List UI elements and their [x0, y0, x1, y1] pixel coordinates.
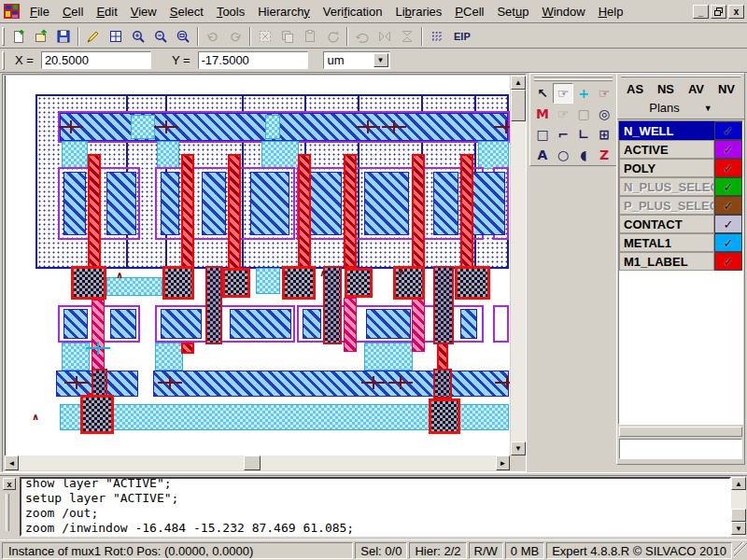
minimize-button[interactable]: _	[693, 5, 709, 19]
palette-grip[interactable]	[534, 79, 613, 81]
canvas-vscrollbar[interactable]	[511, 76, 526, 455]
copy-button[interactable]	[276, 26, 299, 47]
chevron-down-icon[interactable]: ▼	[374, 53, 388, 67]
donut-tool-button[interactable]: ◎	[594, 104, 614, 124]
console-grip[interactable]	[6, 494, 9, 531]
eip-button[interactable]: EIP	[448, 26, 476, 47]
resize-grip[interactable]	[734, 542, 747, 559]
menu-pcell[interactable]: PCell	[448, 2, 490, 21]
layer-row-active[interactable]: ACTIVE✓	[619, 140, 742, 159]
layer-row-poly[interactable]: POLY✓	[619, 159, 742, 177]
menu-setup[interactable]: Setup	[490, 2, 535, 21]
layer-row-metal1[interactable]: METAL1✓	[619, 233, 742, 252]
paste-button[interactable]	[299, 26, 321, 47]
fit-window-button[interactable]	[105, 26, 127, 47]
zoom-out-button[interactable]	[149, 26, 172, 47]
redo-button[interactable]	[224, 26, 247, 47]
menu-select[interactable]: Select	[163, 2, 210, 21]
coordbar-grip[interactable]	[2, 51, 5, 70]
menu-hierarchy[interactable]: Hierarchy	[251, 2, 317, 21]
console-close-button[interactable]: x	[3, 478, 16, 490]
layer-filter-nv-button[interactable]: NV	[718, 82, 735, 96]
plans-dropdown[interactable]: Plans ▼	[617, 98, 744, 119]
new-cell-button[interactable]	[7, 26, 30, 47]
move-tool-button[interactable]: +	[573, 83, 594, 104]
rotate-angle-button[interactable]	[351, 26, 374, 47]
layer-name[interactable]: METAL1	[619, 233, 714, 252]
console-scroll-down[interactable]: ▼	[731, 522, 746, 535]
wire-tool-button[interactable]: ⌐	[553, 124, 573, 145]
console-vscrollbar[interactable]: ▲ ▼	[731, 477, 746, 537]
layer-visibility-swatch[interactable]: ✓	[714, 196, 742, 215]
layer-name[interactable]: N_PLUS_SELEC	[619, 177, 714, 196]
scroll-down-button[interactable]: ▼	[511, 441, 526, 455]
paste-region-tool-button[interactable]: ▢	[573, 104, 594, 124]
measure-tool-button[interactable]: M	[532, 104, 553, 124]
circle-tool-button[interactable]: ○	[553, 145, 573, 165]
menu-help[interactable]: Help	[592, 2, 630, 21]
layer-visibility-swatch[interactable]: ✓	[714, 177, 742, 196]
scroll-right-button[interactable]: ►	[496, 455, 510, 470]
shape-tool-button[interactable]: ◖	[573, 145, 594, 165]
close-button[interactable]: x	[728, 5, 744, 19]
scroll-left-button[interactable]: ◄	[5, 455, 19, 470]
instance-hand-tool-button[interactable]: ☞	[594, 83, 614, 104]
layer-name[interactable]: CONTACT	[619, 215, 714, 233]
layer-list-scrollbar[interactable]	[619, 427, 742, 437]
console-scroll-thumb[interactable]	[731, 509, 746, 522]
rotate-button[interactable]	[321, 26, 344, 47]
layer-filter-av-button[interactable]: AV	[688, 82, 704, 96]
blocks-tool-button[interactable]: ⊞	[594, 124, 614, 145]
layer-row-contact[interactable]: CONTACT✓	[619, 215, 742, 233]
layout-canvas[interactable]: ∧∧∧∧∧	[5, 76, 510, 455]
layer-name[interactable]: ACTIVE	[619, 140, 714, 159]
layer-visibility-swatch[interactable]: ✓	[714, 252, 742, 271]
pan-hand-tool-button[interactable]: ☞	[553, 83, 573, 104]
palette-grip[interactable]	[534, 76, 613, 77]
layer-name[interactable]: N_WELL	[619, 121, 714, 140]
polygon-tool-button[interactable]: ∟	[573, 124, 594, 145]
layer-row-n_well[interactable]: N_WELL✓	[619, 121, 742, 140]
select-region-button[interactable]	[254, 26, 276, 47]
open-cell-button[interactable]	[30, 26, 52, 47]
layer-visibility-swatch[interactable]: ✓	[714, 159, 742, 177]
hscroll-thumb[interactable]	[244, 455, 261, 470]
console-scroll-up[interactable]: ▲	[731, 477, 746, 490]
menu-tools[interactable]: Tools	[210, 2, 251, 21]
rectangle-tool-button[interactable]: □	[532, 124, 553, 145]
menu-libraries[interactable]: Libraries	[388, 2, 448, 21]
unit-dropdown[interactable]: um ▼	[323, 51, 390, 69]
toolbar-grip[interactable]	[2, 27, 5, 46]
menu-window[interactable]: Window	[535, 2, 591, 21]
console-log[interactable]: show layer "ACTIVE";setup layer "ACTIVE"…	[20, 477, 731, 537]
text-tool-button[interactable]: A	[532, 145, 553, 165]
scroll-up-button[interactable]: ▲	[511, 76, 526, 90]
save-cell-button[interactable]	[52, 26, 75, 47]
ruler-tool-button[interactable]: Z	[594, 145, 614, 165]
y-coordinate-input[interactable]	[198, 51, 308, 69]
layer-visibility-swatch[interactable]: ✓	[714, 233, 742, 252]
layer-panel-grip[interactable]	[621, 76, 740, 77]
menu-cell[interactable]: Cell	[56, 2, 90, 21]
layer-visibility-swatch[interactable]: ✓	[714, 121, 742, 140]
layer-visibility-swatch[interactable]: ✓	[714, 215, 742, 233]
x-coordinate-input[interactable]	[41, 51, 151, 69]
undo-button[interactable]	[202, 26, 224, 47]
vscroll-thumb[interactable]	[511, 90, 526, 121]
layer-name[interactable]: P_PLUS_SELEC	[619, 196, 714, 215]
layer-name[interactable]: M1_LABEL	[619, 252, 714, 271]
copy-hand-tool-button[interactable]: ☞	[553, 104, 573, 124]
menu-edit[interactable]: Edit	[90, 2, 123, 21]
menu-verification[interactable]: Verification	[317, 2, 389, 21]
layer-row-m1_label[interactable]: M1_LABEL✓	[619, 252, 742, 271]
zoom-in-button[interactable]	[127, 26, 149, 47]
zoom-window-button[interactable]	[172, 26, 194, 47]
draw-tool-button[interactable]	[82, 26, 105, 47]
restore-button[interactable]	[711, 5, 726, 19]
layer-row-p_plus_selec[interactable]: P_PLUS_SELEC✓	[619, 196, 742, 215]
layer-visibility-swatch[interactable]: ✓	[714, 140, 742, 159]
layer-filter-ns-button[interactable]: NS	[657, 82, 674, 96]
menu-file[interactable]: File	[23, 2, 56, 21]
layer-filter-as-button[interactable]: AS	[627, 82, 643, 96]
layer-name[interactable]: POLY	[619, 159, 714, 177]
